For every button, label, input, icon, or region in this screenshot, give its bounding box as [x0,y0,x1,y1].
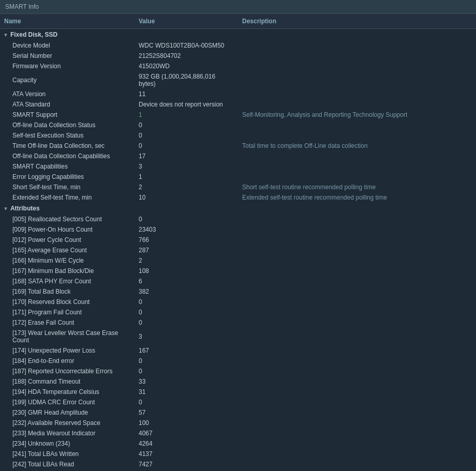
row-name: [171] Program Fail Count [0,308,135,316]
row-desc [238,270,476,271]
row-desc [238,176,476,177]
row-value: 0 [135,142,238,150]
row-name: [174] Unexpected Power Loss [0,346,135,355]
table-row: [188] Command Timeout 33 [0,376,476,387]
row-name: [242] Total LBAs Read [0,460,135,468]
row-value: 21252S804702 [135,52,238,60]
row-desc [238,381,476,382]
row-name: [005] Reallocated Sectors Count [0,215,135,223]
table-row: Error Logging Capabilities 1 [0,172,476,182]
row-name: [169] Total Bad Block [0,287,135,296]
section-arrow: ▼ [3,206,8,211]
row-value: 2 [135,256,238,265]
table-row: [169] Total Bad Block 382 [0,286,476,297]
row-value: 3 [135,332,238,341]
row-desc [238,371,476,372]
table-row: [187] Reported Uncorrectable Errors 0 [0,366,476,376]
table-row: [241] Total LBAs Written 4137 [0,449,476,459]
row-desc [238,312,476,313]
table-row: [230] GMR Head Amplitude 57 [0,407,476,418]
table-row: [233] Media Wearout Indicator 4067 [0,428,476,438]
table-row: Serial Number 21252S804702 [0,51,476,61]
row-value: 1 [135,111,238,119]
row-desc [238,125,476,126]
row-value: 0 [135,121,238,129]
row-desc [238,360,476,361]
table-row: [184] End-to-End error 0 [0,356,476,366]
row-name: [184] End-to-End error [0,357,135,365]
row-desc [238,45,476,46]
row-value: 11 [135,90,238,98]
row-name: [188] Command Timeout [0,377,135,386]
row-name: Time Off-line Data Collection, sec [0,142,135,150]
row-desc [238,250,476,251]
table-row: [242] Total LBAs Read 7427 [0,459,476,469]
row-name: [009] Power-On Hours Count [0,225,135,234]
title-bar: SMART Info [0,0,476,14]
table-row: [199] UDMA CRC Error Count 0 [0,397,476,407]
row-name: Short Self-test Time, min [0,183,135,191]
row-value: 10 [135,193,238,202]
table-row: Time Off-line Data Collection, sec 0 Tot… [0,141,476,151]
row-value: 415020WD [135,62,238,70]
section-header-fixed-disk[interactable]: ▼Fixed Disk, SSD [0,29,476,40]
row-name: ATA Version [0,90,135,98]
row-value: 4264 [135,439,238,448]
row-value: 7427 [135,460,238,468]
row-desc [238,350,476,351]
row-name: [234] Unknown (234) [0,439,135,448]
row-name: Off-line Data Collection Status [0,121,135,129]
row-desc [238,322,476,323]
row-name: Error Logging Capabilities [0,173,135,181]
table-row: [166] Minimum W/E Cycle 2 [0,255,476,266]
row-desc [238,402,476,403]
row-value: 0 [135,367,238,375]
table-row: [194] HDA Temperature Celsius 31 [0,387,476,397]
row-value: 100 [135,419,238,427]
row-value: 0 [135,298,238,306]
row-value: 57 [135,408,238,417]
table-row: Off-line Data Collection Capabilities 17 [0,151,476,161]
row-name: [173] Wear Leveller Worst Case Erase Cou… [0,329,135,344]
row-desc: Short self-test routine recommended poll… [238,183,476,191]
table-row: Capacity 932 GB (1,000,204,886,016 bytes… [0,71,476,89]
row-desc [238,281,476,282]
row-desc: Self-Monitoring, Analysis and Reporting … [238,111,476,119]
row-value: 6 [135,277,238,285]
row-name: Device Model [0,41,135,50]
row-desc [238,336,476,337]
row-desc [238,55,476,56]
row-name: [199] UDMA CRC Error Count [0,398,135,406]
row-value: 3 [135,162,238,171]
row-desc [238,219,476,220]
row-value: 0 [135,308,238,316]
row-value: 23403 [135,225,238,234]
table-row: Off-line Data Collection Status 0 [0,120,476,130]
row-value: 382 [135,287,238,296]
row-value: 0 [135,131,238,140]
section-arrow: ▼ [3,32,8,38]
row-value: Device does not report version [135,100,238,109]
section-header-attributes[interactable]: ▼Attributes [0,203,476,214]
row-name: SMART Capabilities [0,162,135,171]
content-area: ▼Fixed Disk, SSD Device Model WDC WDS100… [0,29,476,471]
row-name: [232] Available Reserved Space [0,419,135,427]
row-value: 0 [135,215,238,223]
row-name: Serial Number [0,52,135,60]
row-value: 0 [135,318,238,327]
table-row: [005] Reallocated Sectors Count 0 [0,214,476,224]
row-value: 31 [135,388,238,396]
row-name: SMART Support [0,111,135,119]
row-desc [238,166,476,167]
row-desc: Total time to complete Off-Line data col… [238,142,476,150]
table-row: [172] Erase Fail Count 0 [0,317,476,328]
row-value: WDC WDS100T2B0A-00SM50 [135,41,238,50]
col-desc-header: Description [238,17,476,26]
row-name: Firmware Version [0,62,135,70]
row-value: 17 [135,152,238,160]
row-name: [165] Average Erase Count [0,246,135,254]
header-row: Name Value Description [0,14,476,29]
table-row: Extended Self-test Time, min 10 Extended… [0,192,476,203]
table-row: [173] Wear Leveller Worst Case Erase Cou… [0,328,476,345]
table-row: [168] SATA PHY Error Count 6 [0,276,476,286]
